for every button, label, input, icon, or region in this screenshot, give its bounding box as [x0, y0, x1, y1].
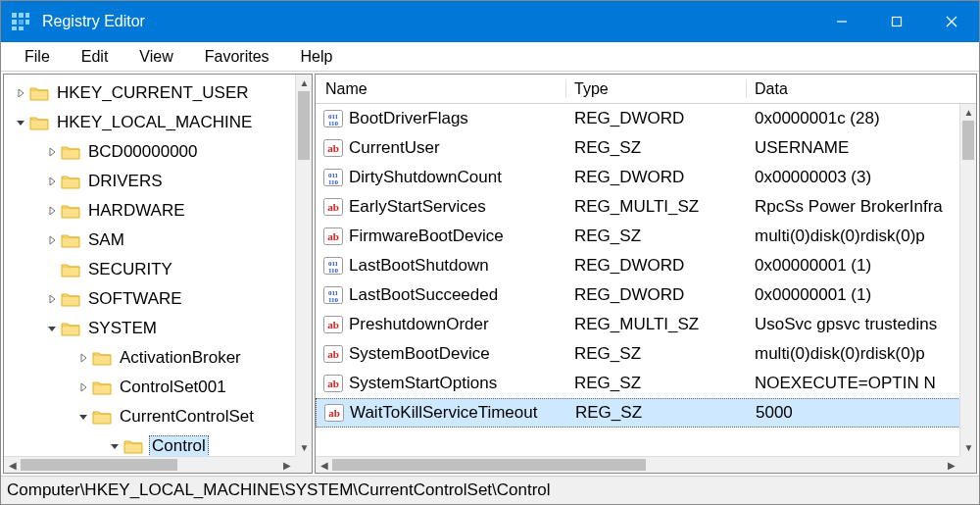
scroll-up-icon[interactable]: ▲ — [296, 75, 313, 91]
tree-item[interactable]: SECURITY — [4, 255, 312, 284]
scroll-corner — [295, 456, 312, 473]
list-body[interactable]: BootDriverFlagsREG_DWORD0x0000001c (28)C… — [316, 104, 976, 473]
chevron-down-icon[interactable] — [43, 324, 61, 333]
tree-item-label: HARDWARE — [86, 201, 187, 221]
list-row[interactable]: WaitToKillServiceTimeoutREG_SZ5000 — [316, 398, 976, 428]
chevron-down-icon[interactable] — [106, 441, 123, 451]
scroll-right-icon[interactable]: ▶ — [278, 457, 295, 474]
menu-view[interactable]: View — [125, 46, 186, 68]
value-data: 0x00000001 (1) — [747, 285, 976, 305]
value-name: PreshutdownOrder — [349, 315, 489, 334]
scroll-down-icon[interactable]: ▼ — [296, 439, 313, 456]
value-name: SystemStartOptions — [349, 374, 497, 393]
svg-rect-3 — [12, 20, 17, 25]
list-row[interactable]: CurrentUserREG_SZUSERNAME — [316, 133, 976, 163]
scroll-left-icon[interactable]: ◀ — [4, 457, 21, 474]
value-type: REG_SZ — [567, 403, 748, 423]
tree-item-label: SECURITY — [86, 260, 174, 279]
value-type: REG_DWORD — [566, 109, 747, 128]
maximize-button[interactable] — [869, 1, 924, 42]
folder-icon — [61, 262, 80, 278]
svg-rect-0 — [12, 13, 17, 18]
value-name: SystemBootDevice — [349, 344, 490, 364]
tree-item[interactable]: BCD00000000 — [4, 137, 312, 167]
tree-item[interactable]: SOFTWARE — [4, 284, 312, 314]
scroll-up-icon[interactable]: ▲ — [960, 104, 977, 121]
value-type: REG_MULTI_SZ — [566, 197, 747, 217]
tree-item[interactable]: DRIVERS — [4, 167, 312, 196]
tree-item[interactable]: HARDWARE — [4, 196, 312, 226]
tree-item-label: BCD00000000 — [86, 142, 200, 162]
chevron-down-icon[interactable] — [12, 118, 29, 127]
value-data: UsoSvc gpsvc trustedins — [747, 315, 976, 334]
binary-value-icon — [323, 257, 343, 275]
value-data: 0x00000001 (1) — [747, 256, 976, 276]
chevron-down-icon[interactable] — [74, 412, 92, 422]
value-name: WaitToKillServiceTimeout — [350, 403, 537, 423]
menu-file[interactable]: File — [11, 46, 64, 68]
column-header-type[interactable]: Type — [566, 80, 747, 98]
list-row[interactable]: EarlyStartServicesREG_MULTI_SZRpcSs Powe… — [316, 192, 976, 222]
tree-body[interactable]: HKEY_CURRENT_USERHKEY_LOCAL_MACHINEBCD00… — [4, 75, 312, 473]
tree-item-label: DRIVERS — [86, 172, 165, 191]
value-data: RpcSs Power BrokerInfra — [747, 197, 976, 217]
chevron-right-icon[interactable] — [43, 294, 61, 304]
list-row[interactable]: LastBootSucceededREG_DWORD0x00000001 (1) — [316, 280, 976, 310]
titlebar: Registry Editor — [1, 1, 979, 42]
chevron-right-icon[interactable] — [43, 235, 61, 245]
folder-icon — [29, 115, 49, 130]
tree-item[interactable]: CurrentControlSet — [4, 402, 312, 431]
tree-item[interactable]: SYSTEM — [4, 314, 312, 343]
svg-rect-4 — [19, 20, 24, 25]
scroll-right-icon[interactable]: ▶ — [943, 457, 959, 474]
chevron-right-icon[interactable] — [74, 353, 92, 363]
scroll-down-icon[interactable]: ▼ — [960, 439, 977, 456]
tree-item-label: ActivationBroker — [118, 348, 243, 368]
svg-rect-9 — [893, 18, 902, 26]
folder-icon — [92, 409, 112, 425]
svg-rect-2 — [25, 13, 29, 18]
scroll-left-icon[interactable]: ◀ — [316, 457, 332, 474]
chevron-right-icon[interactable] — [74, 382, 92, 392]
list-row[interactable]: PreshutdownOrderREG_MULTI_SZUsoSvc gpsvc… — [316, 310, 976, 339]
list-row[interactable]: BootDriverFlagsREG_DWORD0x0000001c (28) — [316, 104, 976, 133]
tree-item[interactable]: SAM — [4, 226, 312, 255]
list-row[interactable]: DirtyShutdownCountREG_DWORD0x00000003 (3… — [316, 163, 976, 192]
list-row[interactable]: SystemStartOptionsREG_SZ NOEXECUTE=OPTIN… — [316, 369, 976, 398]
chevron-right-icon[interactable] — [43, 206, 61, 216]
minimize-button[interactable] — [814, 1, 869, 42]
menu-favorites[interactable]: Favorites — [191, 46, 283, 68]
string-value-icon — [323, 198, 343, 216]
column-header-data[interactable]: Data — [747, 80, 976, 98]
menubar: File Edit View Favorites Help — [1, 42, 979, 72]
list-row[interactable]: LastBootShutdownREG_DWORD0x00000001 (1) — [316, 251, 976, 280]
tree-item[interactable]: HKEY_CURRENT_USER — [4, 78, 312, 108]
string-value-icon — [323, 345, 343, 363]
tree-item[interactable]: HKEY_LOCAL_MACHINE — [4, 108, 312, 137]
list-row[interactable]: SystemBootDeviceREG_SZmulti(0)disk(0)rdi… — [316, 339, 976, 369]
binary-value-icon — [323, 169, 343, 186]
folder-icon — [61, 321, 80, 336]
close-button[interactable] — [924, 1, 979, 42]
list-vertical-scrollbar[interactable]: ▲ ▼ — [959, 104, 976, 456]
value-data: USERNAME — [747, 138, 976, 158]
menu-help[interactable]: Help — [287, 46, 347, 68]
chevron-right-icon[interactable] — [43, 147, 61, 157]
list-horizontal-scrollbar[interactable]: ◀ ▶ — [316, 456, 959, 473]
folder-icon — [61, 203, 80, 219]
tree-horizontal-scrollbar[interactable]: ◀ ▶ — [4, 456, 295, 473]
column-header-name[interactable]: Name — [316, 80, 566, 98]
list-row[interactable]: FirmwareBootDeviceREG_SZmulti(0)disk(0)r… — [316, 222, 976, 251]
scroll-corner — [959, 456, 976, 473]
chevron-right-icon[interactable] — [12, 88, 29, 98]
tree-vertical-scrollbar[interactable]: ▲ ▼ — [295, 75, 312, 456]
string-value-icon — [323, 375, 343, 392]
content-split: HKEY_CURRENT_USERHKEY_LOCAL_MACHINEBCD00… — [1, 72, 979, 476]
string-value-icon — [323, 227, 343, 245]
tree-item[interactable]: ActivationBroker — [4, 343, 312, 373]
chevron-right-icon[interactable] — [43, 177, 61, 186]
string-value-icon — [323, 316, 343, 333]
tree-item[interactable]: ControlSet001 — [4, 373, 312, 402]
menu-edit[interactable]: Edit — [68, 46, 122, 68]
tree-item-label: HKEY_LOCAL_MACHINE — [55, 113, 254, 132]
